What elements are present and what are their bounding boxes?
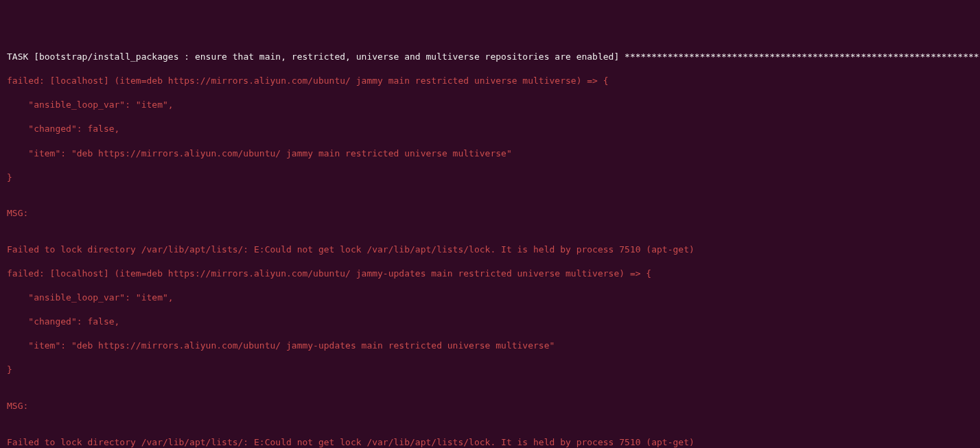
task-header-suffix: ] — [614, 51, 625, 62]
ansible-loop-var: "ansible_loop_var": "item", — [7, 99, 973, 111]
json-close: } — [7, 364, 973, 376]
task-header-stars: ****************************************… — [625, 51, 980, 62]
changed-flag: "changed": false, — [7, 123, 973, 135]
task-header: TASK [bootstrap/install_packages : ensur… — [7, 51, 973, 63]
failed-item-header: failed: [localhost] (item=deb https://mi… — [7, 268, 973, 280]
json-close: } — [7, 172, 973, 184]
msg-text: Failed to lock directory /var/lib/apt/li… — [7, 244, 973, 256]
ansible-loop-var: "ansible_loop_var": "item", — [7, 292, 973, 304]
item-detail: "item": "deb https://mirrors.aliyun.com/… — [7, 148, 973, 160]
msg-label: MSG: — [7, 400, 973, 412]
task-name: bootstrap/install_packages : ensure that… — [39, 51, 614, 62]
changed-flag: "changed": false, — [7, 316, 973, 328]
msg-label: MSG: — [7, 207, 973, 220]
msg-text: Failed to lock directory /var/lib/apt/li… — [7, 436, 973, 448]
task-header-prefix: TASK [ — [7, 51, 39, 62]
item-detail: "item": "deb https://mirrors.aliyun.com/… — [7, 340, 973, 352]
failed-item-header: failed: [localhost] (item=deb https://mi… — [7, 75, 973, 87]
